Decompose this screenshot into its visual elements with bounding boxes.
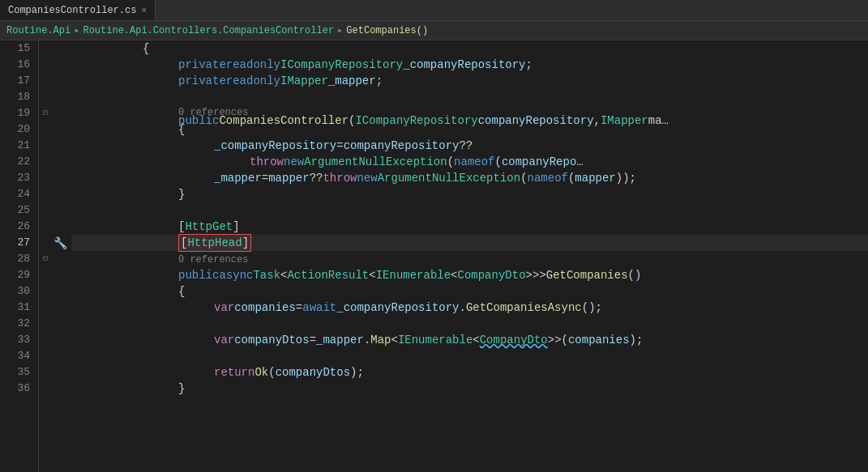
code-line-26: [HttpGet] (71, 219, 868, 235)
ind-15 (52, 40, 68, 57)
tab-filename: CompaniesController.cs (8, 5, 136, 16)
ln-20: 20 (6, 121, 30, 138)
ln-28: 28 (6, 251, 30, 267)
ln-29: 29 (6, 267, 30, 283)
breadcrumb-sep1: ▸ (74, 24, 79, 36)
breadcrumb-project[interactable]: Routine.Api (6, 25, 71, 36)
code-line-31 (71, 316, 868, 332)
collapse-19[interactable]: ⊟ (39, 105, 52, 121)
code-line-32: var companyDtos = _mapper.Map<IEnumerabl… (71, 332, 868, 348)
ind-28 (52, 251, 68, 267)
line-blank-10 (39, 202, 52, 219)
tab-bar: CompaniesController.cs × (0, 0, 868, 21)
ind-35 (52, 364, 68, 381)
ln-34: 34 (6, 348, 30, 364)
ln-30: 30 (6, 283, 30, 300)
line-blank-5 (39, 121, 52, 138)
ind-19 (52, 105, 68, 121)
ind-23 (52, 170, 68, 186)
ind-22 (52, 154, 68, 170)
ln-19: 19 (6, 105, 30, 121)
code-line-21: _companyRepository = companyRepository ?… (71, 138, 868, 154)
line-blank-2 (39, 57, 52, 73)
ind-21 (52, 138, 68, 154)
line-blank-15 (39, 300, 52, 316)
code-line-27: [HttpHead] (71, 235, 868, 251)
ln-24: 24 (6, 186, 30, 202)
line-blank-18 (39, 348, 52, 364)
ind-18 (52, 89, 68, 105)
ind-26 (52, 219, 68, 235)
ind-17 (52, 73, 68, 89)
indicator-column: 🔧 (52, 40, 68, 472)
line-blank-1 (39, 40, 52, 57)
ind-29 (52, 267, 68, 283)
line-blank-4 (39, 89, 52, 105)
active-tab[interactable]: CompaniesController.cs × (0, 0, 156, 20)
code-area: 15 16 17 18 19 20 21 22 23 24 25 26 27 2… (0, 40, 868, 472)
line-blank-14 (39, 283, 52, 300)
breadcrumb-method[interactable]: GetCompanies() (346, 25, 428, 36)
breadcrumb-bar: Routine.Api ▸ Routine.Api.Controllers.Co… (0, 21, 868, 40)
code-line-35: } (71, 381, 868, 397)
ind-33 (52, 332, 68, 348)
ln-16: 16 (6, 57, 30, 73)
ref-label-getcompanies: 0 references (178, 252, 248, 268)
code-line-28: public async Task<ActionResult<IEnumerab… (71, 267, 868, 283)
breadcrumb-sep2: ▸ (337, 24, 343, 36)
tab-close-button[interactable]: × (141, 6, 147, 15)
line-blank-12 (39, 235, 52, 251)
ind-25 (52, 202, 68, 219)
code-line-25 (71, 202, 868, 219)
ln-26: 26 (6, 219, 30, 235)
ind-30 (52, 283, 68, 300)
line-blank-3 (39, 73, 52, 89)
ln-15: 15 (6, 40, 30, 57)
code-editor[interactable]: { private readonly ICompanyRepository _c… (68, 40, 868, 472)
ln-21: 21 (6, 138, 30, 154)
ln-31: 31 (6, 300, 30, 316)
code-line-17: private readonly IMapper _mapper; (71, 73, 868, 89)
line-blank-6 (39, 138, 52, 154)
line-blank-19 (39, 364, 52, 381)
httphead-attribute: [HttpHead] (178, 234, 251, 252)
collapse-28[interactable]: ⊟ (39, 251, 52, 267)
line-blank-16 (39, 316, 52, 332)
ind-31 (52, 300, 68, 316)
ind-34 (52, 348, 68, 364)
code-line-15: { (71, 40, 868, 57)
line-numbers: 15 16 17 18 19 20 21 22 23 24 25 26 27 2… (0, 40, 39, 472)
line-blank-11 (39, 219, 52, 235)
breadcrumb-controller[interactable]: Routine.Api.Controllers.CompaniesControl… (83, 25, 334, 36)
line-blank-8 (39, 170, 52, 186)
ln-32: 32 (6, 316, 30, 332)
line-blank-20 (39, 381, 52, 397)
code-line-30: var companies = await _companyRepository… (71, 300, 868, 316)
code-line-29: { (71, 283, 868, 300)
ln-18: 18 (6, 89, 30, 105)
line-blank-17 (39, 332, 52, 348)
wrench-icon: 🔧 (53, 236, 67, 250)
ide-container: CompaniesController.cs × Routine.Api ▸ R… (0, 0, 868, 472)
code-line-16: private readonly ICompanyRepository _com… (71, 57, 868, 73)
ind-32 (52, 316, 68, 332)
ref-label-28-container: 0 references (71, 253, 868, 267)
line-blank-7 (39, 154, 52, 170)
ln-25: 25 (6, 202, 30, 219)
code-line-23: _mapper = mapper ?? throw new ArgumentNu… (71, 170, 868, 186)
ln-35: 35 (6, 364, 30, 381)
code-line-24: } (71, 186, 868, 202)
ln-33: 33 (6, 332, 30, 348)
ind-27[interactable]: 🔧 (52, 235, 68, 251)
code-line-22: throw new ArgumentNullException(nameof(c… (71, 154, 868, 170)
code-line-18 (71, 89, 868, 105)
ind-16 (52, 57, 68, 73)
code-line-34: return Ok(companyDtos); (71, 364, 868, 381)
ind-24 (52, 186, 68, 202)
ln-23: 23 (6, 170, 30, 186)
code-line-33 (71, 348, 868, 364)
collapse-column: ⊟ ⊟ (39, 40, 52, 472)
ln-22: 22 (6, 154, 30, 170)
ind-36 (52, 381, 68, 397)
line-blank-13 (39, 267, 52, 283)
